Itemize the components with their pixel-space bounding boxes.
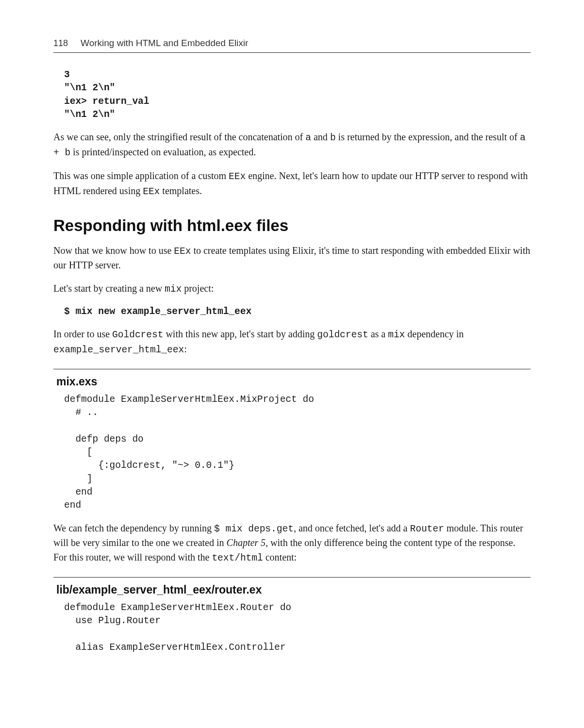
inline-code: goldcrest [317,330,368,340]
code-line: "\n1 2\n" [64,109,115,120]
text: templates. [160,185,202,196]
code-line: 3 [64,69,70,80]
inline-code: EEx [143,186,160,197]
file-label: lib/example_server_html_eex/router.ex [56,583,531,596]
divider [53,369,531,369]
text: Now that we know how to use [53,245,174,256]
text: Let's start by creating a new [53,283,165,294]
text: : [184,344,187,354]
page-number: 118 [53,38,68,49]
text: as a [368,329,388,339]
chapter-title: Working with HTML and Embedded Elixir [81,38,248,49]
file-label: mix.exs [56,375,531,388]
text: This was one simple application of a cus… [53,170,229,181]
code-block-router: defmodule ExampleServerHtmlEex.Router do… [64,601,531,654]
text: content: [263,552,297,563]
paragraph: In order to use Goldcrest with this new … [53,327,531,357]
inline-code: Router [410,524,444,534]
text: is printed/inspected on evaluation, as e… [70,147,256,157]
inline-code: EEx [174,246,191,257]
inline-code: a [305,132,311,143]
paragraph: This was one simple application of a cus… [53,169,531,199]
text: with this new app, let's start by adding [163,329,317,339]
inline-code: Goldcrest [112,330,163,340]
text: We can fetch the dependency by running [53,523,214,533]
text: project: [182,283,214,294]
divider [53,577,531,578]
inline-code: text/html [212,553,263,563]
page: 118 Working with HTML and Embedded Elixi… [0,0,584,728]
page-header: 118 Working with HTML and Embedded Elixi… [53,38,531,53]
inline-code: EEx [229,171,246,182]
text: In order to use [53,329,112,339]
paragraph: Let's start by creating a new mix projec… [53,281,531,297]
code-block-mixexs: defmodule ExampleServerHtmlEex.MixProjec… [64,393,531,513]
section-heading: Responding with html.eex files [53,216,531,235]
text: is returned by the expression, and the r… [336,132,520,142]
inline-code: $ mix deps.get [214,524,294,534]
code-block-shell: $ mix new example_server_html_eex [64,305,531,318]
inline-code: b [330,132,336,143]
code-block-iex: 3 "\n1 2\n" iex> return_val "\n1 2\n" [64,68,531,121]
text: , and once fetched, let's add a [294,523,410,533]
code-line: "\n1 2\n" [64,83,115,93]
paragraph: We can fetch the dependency by running $… [53,521,531,565]
paragraph: As we can see, only the stringified resu… [53,130,531,160]
paragraph: Now that we know how to use EEx to creat… [53,244,531,273]
inline-code: example_server_html_eex [53,345,184,355]
inline-code: mix [388,330,405,340]
italic-text: Chapter 5 [227,537,266,548]
inline-code: mix [165,284,182,295]
code-line: iex> return_val [64,96,150,107]
text: dependency in [405,329,464,339]
text: and [311,132,330,142]
text: As we can see, only the stringified resu… [53,132,305,142]
